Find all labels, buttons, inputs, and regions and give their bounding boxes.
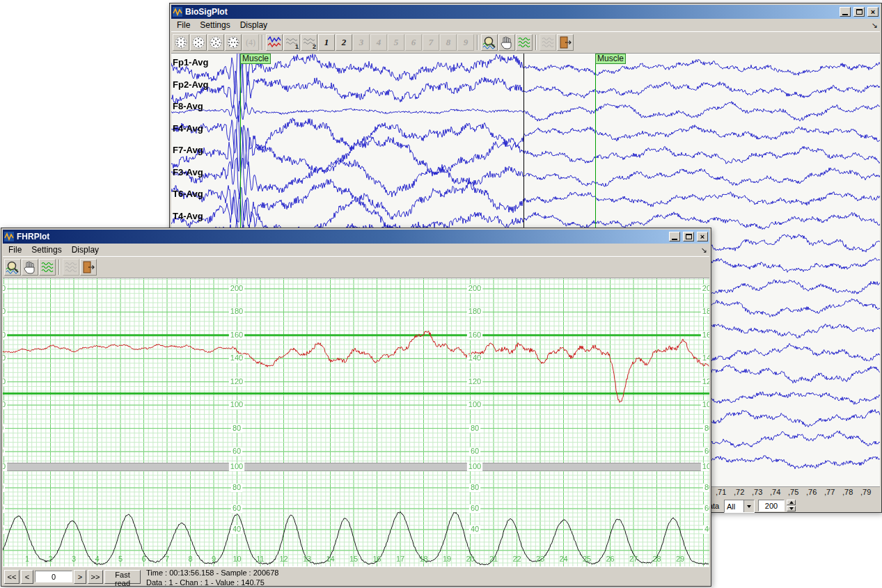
electrode-montage-icon	[209, 35, 223, 49]
montage-4-button[interactable]	[225, 34, 242, 51]
fhrplot-close-button[interactable]: ×	[697, 232, 708, 241]
biosigplot-titlebar[interactable]: BioSigPlot ×	[171, 5, 880, 19]
toolbar-separator	[535, 35, 537, 50]
green-waves-icon	[40, 260, 54, 274]
toolbar-page-2-button[interactable]: 2	[336, 34, 352, 51]
fhr-plot-canvas[interactable]	[3, 278, 709, 566]
montage-1-button[interactable]	[173, 34, 189, 51]
toolbar-page-8-button: 8	[440, 34, 457, 51]
biosigplot-toolbar: (4) 1 2 1 2 3456789	[171, 31, 880, 54]
toolbar-separator	[477, 35, 478, 50]
fhr-menu-file[interactable]: File	[3, 244, 26, 255]
autoscale-tool-button[interactable]	[516, 34, 533, 51]
signals-tool-button[interactable]	[266, 34, 283, 51]
annotation-tag[interactable]: Muscle	[240, 54, 271, 64]
scale-input[interactable]	[758, 500, 785, 511]
fhrplot-title: FHRPlot	[17, 232, 49, 241]
time-axis-label: ,75	[788, 488, 798, 496]
eeg-channel-label: F3-Avg	[173, 167, 203, 177]
fast-read-button[interactable]: Fast read	[104, 570, 141, 584]
data-select-value: All	[725, 502, 743, 511]
chevron-down-icon	[789, 507, 794, 510]
page-small-1-button[interactable]: 1	[283, 34, 300, 51]
toolbar-page-1-button[interactable]: 1	[318, 34, 335, 51]
eeg-channel-label: F4-Avg	[173, 123, 203, 134]
desktop: { "desktop": {"background": "#ffffff"}, …	[0, 0, 882, 588]
go-first-button[interactable]: <<	[4, 570, 19, 584]
electrode-montage-icon	[191, 35, 205, 49]
page-small-2-label: 2	[313, 43, 316, 50]
time-axis-label: ,76	[806, 488, 817, 496]
fhrplot-maximize-button[interactable]	[683, 232, 694, 241]
fhr-menu-settings[interactable]: Settings	[26, 244, 66, 255]
time-axis-label: ,79	[860, 488, 871, 496]
data-select[interactable]: All	[724, 500, 755, 513]
page-small-2-button[interactable]: 2	[301, 34, 317, 51]
hand-icon	[23, 260, 37, 274]
biosig-menu-file[interactable]: File	[172, 19, 195, 31]
eeg-channel-label: T6-Avg	[173, 189, 203, 199]
toolbar-separator	[262, 35, 263, 50]
biosigplot-title: BioSigPlot	[185, 7, 228, 17]
eeg-channel-label: T4-Avg	[173, 211, 203, 221]
fhr-menu-display[interactable]: Display	[67, 244, 104, 255]
eeg-channel-label: Fp1-Avg	[173, 57, 209, 67]
status-data-chan-value: Data : 1 - Chan : 1 - Value : 140.75	[146, 578, 265, 587]
dock-arrow-icon[interactable]: ↘	[869, 21, 880, 30]
exit-tool-button[interactable]	[557, 34, 574, 51]
biosigplot-minimize-button[interactable]	[840, 7, 851, 17]
maximize-icon	[686, 234, 692, 239]
fhrplot-minimize-button[interactable]	[669, 232, 680, 241]
minimize-icon	[842, 9, 848, 15]
scale-spin-down-button[interactable]	[787, 506, 796, 511]
chevron-down-icon	[747, 505, 751, 508]
gray-waves-icon	[541, 35, 555, 49]
toolbar-page-5-button: 5	[388, 34, 404, 51]
pan-tool-button[interactable]	[498, 34, 515, 51]
zoom-tool-button[interactable]	[481, 34, 498, 51]
biosignal-icon	[267, 35, 281, 49]
go-previous-button[interactable]: <	[21, 570, 33, 584]
go-last-button[interactable]: >>	[88, 570, 103, 584]
maximize-icon	[856, 9, 863, 15]
montage-2-button[interactable]	[190, 34, 207, 51]
hand-icon	[500, 35, 514, 49]
time-axis-label: ,78	[842, 488, 853, 496]
biosigplot-menubar: File Settings Display ↘	[171, 19, 880, 31]
toolbar-page-group: 3456789	[353, 34, 474, 51]
position-input[interactable]	[35, 571, 72, 582]
scale-spinner	[787, 500, 796, 511]
fhr-plot-area[interactable]	[3, 278, 709, 566]
filter-tool-button	[540, 34, 556, 51]
exit-tool-button[interactable]	[80, 259, 97, 276]
chevron-up-icon	[789, 501, 794, 504]
autoscale-tool-button[interactable]	[39, 259, 56, 276]
dock-arrow-icon[interactable]: ↘	[698, 246, 709, 255]
biosigplot-app-icon[interactable]	[173, 7, 182, 17]
close-icon: ×	[871, 8, 875, 16]
time-axis-label: ,73	[752, 488, 762, 496]
go-next-button[interactable]: >	[74, 570, 86, 584]
toolbar-page-3-button: 3	[353, 34, 370, 51]
green-waves-icon	[517, 35, 531, 49]
biosig-menu-settings[interactable]: Settings	[195, 19, 235, 31]
montage-3-button[interactable]	[207, 34, 224, 51]
fhrplot-app-icon[interactable]	[4, 232, 14, 241]
data-select-dropdown-button[interactable]	[743, 500, 754, 512]
electrode-montage-icon	[174, 35, 188, 49]
toolbar-separator	[58, 260, 60, 275]
eeg-channel-label: Fp2-Avg	[173, 79, 209, 90]
pan-tool-button[interactable]	[22, 259, 38, 276]
zoom-tool-button[interactable]	[4, 259, 21, 276]
exit-door-icon	[81, 260, 95, 274]
biosig-menu-display[interactable]: Display	[235, 19, 272, 31]
fhrplot-statusbar: << < > >> Fast read Time : 00:13:56.158 …	[3, 566, 709, 588]
biosigplot-maximize-button[interactable]	[853, 7, 865, 17]
scale-spin-up-button[interactable]	[787, 500, 796, 505]
biosigplot-close-button[interactable]: ×	[867, 7, 879, 17]
minimize-icon	[672, 234, 677, 240]
toolbar-page-6-button: 6	[405, 34, 422, 51]
fhrplot-titlebar[interactable]: FHRPlot ×	[3, 230, 709, 244]
annotation-tag[interactable]: Muscle	[595, 54, 626, 64]
toolbar-page-9-button: 9	[457, 34, 474, 51]
